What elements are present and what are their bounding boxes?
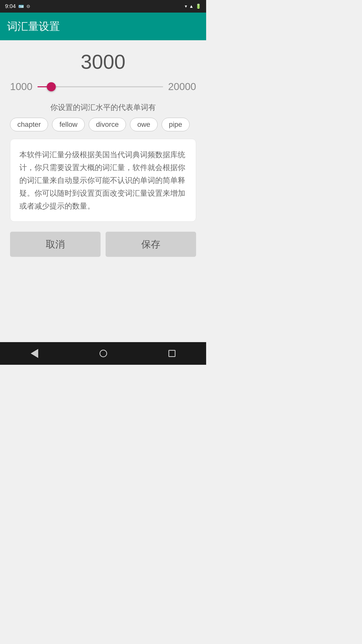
signal-icon: ▲ bbox=[189, 4, 194, 9]
cancel-button[interactable]: 取消 bbox=[10, 232, 101, 257]
save-button[interactable]: 保存 bbox=[106, 232, 196, 257]
word-chip-chapter: chapter bbox=[10, 118, 48, 131]
buttons-row: 取消 保存 bbox=[10, 232, 196, 257]
word-chip-divorce: divorce bbox=[89, 118, 126, 131]
home-button[interactable] bbox=[92, 347, 115, 360]
status-bar-left: 9:04 🪪 ⊝ bbox=[5, 3, 30, 10]
slider-max-label: 20000 bbox=[168, 81, 196, 92]
word-chip-fellow: fellow bbox=[52, 118, 85, 131]
time-display: 9:04 bbox=[5, 3, 16, 10]
slider-value-display: 3000 bbox=[81, 50, 125, 73]
page-title: 词汇量设置 bbox=[7, 19, 60, 33]
app-bar: 词汇量设置 bbox=[0, 13, 206, 40]
words-description-label: 你设置的词汇水平的代表单词有 bbox=[50, 102, 156, 113]
recents-icon bbox=[168, 350, 175, 357]
home-icon bbox=[100, 350, 107, 357]
status-bar-right: ▾ ▲ 🔋 bbox=[185, 4, 201, 9]
word-chip-owe: owe bbox=[130, 118, 157, 131]
word-chips-container: chapter fellow divorce owe pipe bbox=[10, 118, 196, 131]
info-box-text: 本软件词汇量分级根据美国当代词典词频数据库统计，你只需要设置大概的词汇量，软件就… bbox=[19, 148, 187, 212]
slider-container[interactable] bbox=[37, 82, 163, 92]
back-icon bbox=[31, 349, 38, 358]
wifi-icon: ▾ bbox=[185, 4, 187, 9]
sim-card-icon: 🪪 bbox=[18, 4, 24, 9]
back-button[interactable] bbox=[23, 346, 46, 360]
do-not-disturb-icon: ⊝ bbox=[26, 4, 30, 9]
info-box: 本软件词汇量分级根据美国当代词典词频数据库统计，你只需要设置大概的词汇量，软件就… bbox=[10, 139, 196, 222]
word-chip-pipe: pipe bbox=[162, 118, 190, 131]
main-content: 3000 1000 20000 你设置的词汇水平的代表单词有 chapter f… bbox=[0, 40, 206, 342]
status-bar: 9:04 🪪 ⊝ ▾ ▲ 🔋 bbox=[0, 0, 206, 13]
slider-min-label: 1000 bbox=[10, 81, 32, 92]
slider-row: 1000 20000 bbox=[10, 81, 196, 92]
battery-icon: 🔋 bbox=[196, 4, 201, 9]
recents-button[interactable] bbox=[161, 347, 183, 359]
bottom-nav bbox=[0, 342, 206, 365]
